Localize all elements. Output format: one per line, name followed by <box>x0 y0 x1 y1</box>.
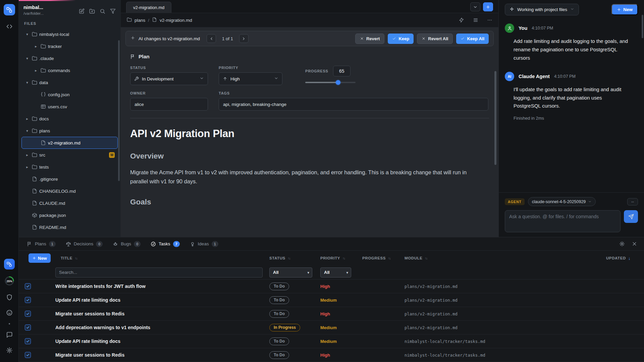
panel-settings-icon[interactable] <box>619 241 625 247</box>
status-dropdown[interactable]: In Development <box>130 72 208 85</box>
tree-item[interactable]: CLAUDE.md <box>21 197 118 209</box>
doc-icon <box>40 140 46 146</box>
tree-item[interactable]: tests <box>21 161 118 173</box>
priority-cell: Medium <box>320 298 362 303</box>
tree-item[interactable]: nimbalyst-local <box>21 28 118 40</box>
code-view-icon[interactable] <box>4 21 15 32</box>
row-checkbox[interactable] <box>25 352 31 358</box>
tree-item[interactable]: data <box>21 76 118 88</box>
send-button[interactable] <box>624 210 638 223</box>
row-checkbox[interactable] <box>25 297 31 303</box>
new-task-button[interactable]: New <box>29 253 51 263</box>
keep-button[interactable]: Keep <box>388 34 414 44</box>
breadcrumb-file[interactable]: v2-migration.md <box>160 18 192 23</box>
tree-item[interactable]: src M <box>21 149 118 161</box>
task-search-input[interactable] <box>55 267 263 278</box>
editor-tab[interactable]: v2-migration.md <box>126 2 171 13</box>
tree-item[interactable]: package.json <box>21 209 118 221</box>
tracker-tab[interactable]: Bugs 0 <box>113 237 141 250</box>
tree-item[interactable]: CHANGELOG.md <box>21 185 118 197</box>
column-header[interactable]: TITLE <box>55 256 269 260</box>
tracker-tab[interactable]: Plans 1 <box>27 237 56 250</box>
next-change-button[interactable] <box>239 34 249 43</box>
tree-item[interactable]: users.csv <box>21 101 118 113</box>
tree-item[interactable]: commands <box>21 64 118 76</box>
priority-dropdown[interactable]: High <box>219 72 282 85</box>
tracker-tab[interactable]: Tasks 7 <box>151 237 180 250</box>
more-options-icon[interactable] <box>487 17 492 23</box>
row-checkbox[interactable] <box>25 311 31 317</box>
document-scrollbar[interactable] <box>494 71 496 165</box>
chat-scrollbar[interactable] <box>642 15 643 38</box>
search-icon[interactable] <box>100 8 105 14</box>
tags-field[interactable] <box>219 98 488 111</box>
new-tab-button[interactable] <box>483 2 493 11</box>
context-selector[interactable]: Working with project files <box>505 4 579 15</box>
breadcrumb-folder[interactable]: plans <box>135 18 145 23</box>
table-row[interactable]: Write integration tests for JWT auth flo… <box>19 280 644 293</box>
ai-changes-bar: AI changes to v2-migration.md 1 of 1 Rev… <box>125 31 494 46</box>
new-folder-icon[interactable] <box>89 8 95 14</box>
chat-bubble-icon[interactable] <box>4 330 15 340</box>
tree-item[interactable]: config.json <box>21 88 118 101</box>
progress-slider-thumb[interactable] <box>336 80 340 85</box>
tree-item[interactable]: docs <box>21 113 118 125</box>
task-title: Add deprecation warnings to v1 endpoints <box>55 325 269 330</box>
tree-item[interactable]: .gitignore <box>21 173 118 185</box>
tree-item[interactable]: README.md <box>21 221 118 233</box>
progress-value[interactable]: 65 <box>333 66 351 76</box>
row-checkbox[interactable] <box>25 338 31 344</box>
settings-gear-icon[interactable] <box>4 345 15 355</box>
chat-input[interactable] <box>505 210 621 232</box>
tracker-tab[interactable]: Decisions 0 <box>66 237 103 250</box>
column-header[interactable]: MODULE <box>405 256 589 260</box>
column-header[interactable]: UPDATED <box>606 256 631 261</box>
tracker-panel-actions <box>619 241 637 247</box>
tab-list-dropdown-button[interactable] <box>470 2 480 11</box>
filter-icon[interactable] <box>110 8 116 14</box>
panel-close-icon[interactable] <box>632 241 637 247</box>
revert-all-button[interactable]: Revert All <box>417 34 453 44</box>
feedback-smiley-icon[interactable] <box>4 308 15 318</box>
table-row[interactable]: Migrate user sessions to Redis To Do Hig… <box>19 307 644 321</box>
row-checkbox[interactable] <box>25 283 31 289</box>
column-header[interactable]: PROGRESS <box>362 256 405 260</box>
column-header[interactable]: PRIORITY <box>320 256 362 260</box>
chevron-icon <box>24 117 30 121</box>
doc-icon <box>32 188 38 194</box>
model-selector[interactable]: claude-sonnet-4-5-20250929 <box>528 197 596 206</box>
new-file-icon[interactable] <box>79 8 85 14</box>
revert-button[interactable]: Revert <box>355 34 384 44</box>
owner-field[interactable] <box>130 98 208 111</box>
tree-item[interactable]: .claude <box>21 52 118 64</box>
status-filter-select[interactable]: All <box>269 267 312 278</box>
tree-item[interactable]: v2-migration.md <box>21 137 118 149</box>
composer-more-button[interactable]: -- <box>627 198 638 205</box>
sort-desc-icon <box>628 256 631 261</box>
table-row[interactable]: Migrate user sessions to Redis To Do Hig… <box>19 348 644 362</box>
table-row[interactable]: Add deprecation warnings to v1 endpoints… <box>19 321 644 335</box>
column-header[interactable]: STATUS <box>269 256 320 260</box>
new-chat-button[interactable]: New <box>611 4 638 15</box>
previous-change-button[interactable] <box>207 34 216 43</box>
app-logo[interactable] <box>4 4 15 15</box>
shield-icon[interactable] <box>4 292 15 302</box>
table-row[interactable]: Update API rate limiting docs To Do Medi… <box>19 335 644 348</box>
tree-item[interactable]: plans <box>21 125 118 137</box>
priority-filter-select[interactable]: All <box>320 267 351 278</box>
tree-item[interactable]: tracker <box>21 40 118 52</box>
outline-list-icon[interactable] <box>473 17 478 23</box>
chevron-down-icon <box>473 5 478 9</box>
table-row[interactable]: Update API rate limiting docs To Do Medi… <box>19 293 644 307</box>
tree-item-label: README.md <box>39 225 66 230</box>
chat-message: AI Claude Agent 4:10:07 PM I'll update t… <box>505 72 638 121</box>
tracker-tab[interactable]: Ideas 1 <box>190 237 218 250</box>
progress-slider[interactable] <box>305 82 356 83</box>
zap-icon[interactable] <box>459 17 464 23</box>
message-timestamp: 4:10:07 PM <box>554 74 576 79</box>
row-checkbox[interactable] <box>25 324 31 330</box>
usage-progress-ring[interactable]: 25% <box>3 275 15 287</box>
workspace-icon[interactable] <box>4 259 15 269</box>
keep-all-button[interactable]: Keep All <box>456 34 489 44</box>
file-tree-scrollbar[interactable] <box>118 40 120 181</box>
